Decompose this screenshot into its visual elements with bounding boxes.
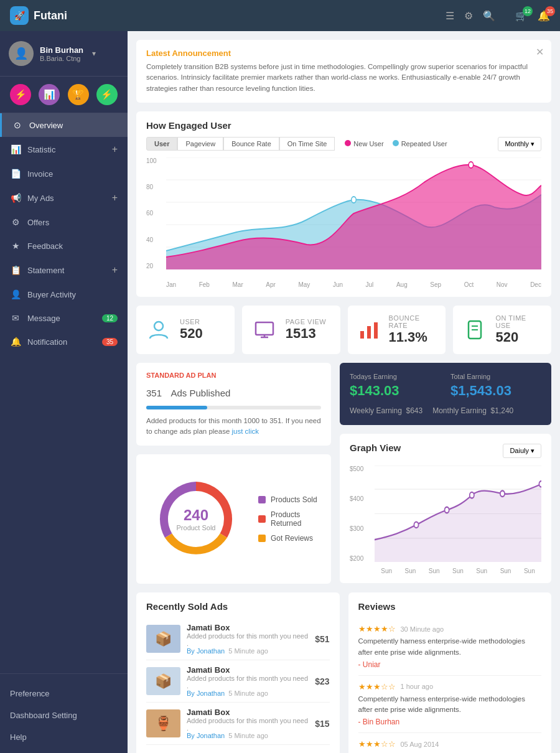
weekly-earning: Weekly Earning $643 (350, 406, 422, 415)
message-badge: 12 (102, 314, 118, 322)
cart-button[interactable]: 🛒 12 (515, 10, 528, 22)
feedback-icon: ★ (10, 241, 21, 251)
content-area: Latest Announcement Completely transitio… (128, 31, 560, 753)
quick-icon-3[interactable]: 🏆 (68, 84, 89, 105)
bounce-stat-label: BOUNCE RATE (389, 314, 436, 329)
review-item-1: ★★★★☆ 30 Minute ago Competently harness … (358, 618, 542, 676)
sold-desc-3: Added products for this month you need . (187, 717, 309, 732)
quick-icon-4[interactable]: ⚡ (96, 84, 118, 105)
sidebar-nav: ⊙ Overview 📊 Statistic + 📄 Invoice 📢 My … (0, 113, 128, 670)
graph-dot (414, 521, 418, 528)
overview-icon: ⊙ (12, 120, 23, 130)
sidebar-item-statement[interactable]: 📋 Statement + (0, 258, 128, 283)
graph-y-labels: $500 $400 $300 $200 (350, 465, 372, 562)
main-layout: 👤 Bin Burhan B.Baria. Ctng ▾ ⚡ 📊 🏆 ⚡ ⊙ O… (0, 31, 560, 753)
logo: 🚀 Futani (10, 6, 446, 25)
sidebar-profile: 👤 Bin Burhan B.Baria. Ctng ▾ (0, 31, 128, 77)
sidebar-item-preference[interactable]: Preference (0, 683, 128, 704)
sold-name-3: Jamati Box (187, 708, 309, 717)
chart-y-labels: 100 80 60 40 20 (146, 157, 164, 269)
review-item-2: ★★★☆☆ 1 hour ago Competently harness ent… (358, 676, 542, 734)
sidebar-item-label: Buyer Activity (27, 290, 118, 299)
review-time-2: 1 hour ago (401, 683, 434, 690)
legend-color-reviews (258, 535, 266, 542)
bottom-row: STANDARD AD PLAN 351 Ads Published Added… (136, 363, 551, 584)
donut-chart: 240 Product Sold (146, 469, 246, 569)
search-button[interactable]: 🔍 (483, 10, 495, 22)
graph-area: $500 $400 $300 $200 (350, 465, 541, 574)
ad-count: 351 Ads Published (146, 381, 321, 401)
area-chart-container: 100 80 60 40 20 (146, 157, 541, 288)
quick-icon-2[interactable]: 📊 (39, 84, 60, 105)
ontime-stat-info: ON TIME USE 520 (496, 314, 541, 345)
tab-user[interactable]: User (146, 137, 177, 151)
tab-on-time-site[interactable]: On Time Site (279, 137, 335, 151)
sidebar-item-statistic[interactable]: 📊 Statistic + (0, 137, 128, 162)
stat-user: USER 520 (136, 306, 235, 354)
reviews-title: Reviews (358, 601, 542, 612)
svg-rect-6 (256, 322, 273, 335)
sidebar-item-buyer-activity[interactable]: 👤 Buyer Activity (0, 283, 128, 306)
quick-icon-1[interactable]: ⚡ (10, 84, 31, 105)
earnings-top: Todays Earning $143.03 Total Earning $1,… (350, 373, 541, 399)
donut-value: 240 (177, 507, 216, 524)
legend-color-returned (258, 515, 266, 523)
sidebar-item-label: Statement (27, 266, 106, 275)
legend-dot-blue (393, 140, 399, 146)
sidebar-item-label: My Ads (27, 194, 106, 203)
sidebar-item-help[interactable]: Help (0, 726, 128, 748)
sold-desc-1: Added products for this month you need . (187, 632, 309, 647)
dropdown-arrow-icon[interactable]: ▾ (92, 49, 96, 58)
sidebar-item-label: Notification (27, 337, 96, 347)
sidebar-item-overview[interactable]: ⊙ Overview (0, 113, 128, 137)
user-stat-icon (146, 317, 171, 342)
review-header-1: ★★★★☆ 30 Minute ago (358, 624, 542, 634)
buyer-activity-icon: 👤 (10, 289, 21, 299)
close-icon[interactable]: ✕ (536, 46, 544, 58)
graph-dot (539, 481, 541, 487)
stat-bounce: BOUNCE RATE 11.3% (348, 306, 446, 354)
sidebar-item-invoice[interactable]: 📄 Invoice (0, 162, 128, 185)
my-ads-icon: 📢 (10, 193, 21, 203)
sidebar-item-feedback[interactable]: ★ Feedback (0, 234, 128, 258)
plus-icon: + (112, 192, 118, 203)
cart-badge: 12 (523, 6, 533, 16)
ad-link[interactable]: just click (231, 428, 258, 435)
ad-plan-card: STANDARD AD PLAN 351 Ads Published Added… (136, 363, 331, 446)
graph-header: Graph View Daiuly ▾ (350, 442, 541, 459)
pageview-stat-icon (252, 317, 277, 342)
donut-center: 240 Product Sold (177, 507, 216, 531)
sidebar-item-notification[interactable]: 🔔 Notification 35 (0, 330, 128, 353)
sold-price-1: $51 (315, 634, 329, 644)
review-text-1: Competently harness enterprise-wide meth… (358, 636, 542, 658)
bell-button[interactable]: 🔔 35 (538, 10, 550, 22)
sidebar-item-offers[interactable]: ⚙ Offers (0, 210, 128, 234)
graph-period-dropdown[interactable]: Daiuly ▾ (503, 444, 541, 458)
period-dropdown[interactable]: Monthly ▾ (498, 137, 541, 151)
sidebar-item-label: Statistic (27, 145, 106, 154)
user-stat-label: USER (180, 318, 203, 325)
legend-item-reviews: Got Reviews (258, 534, 321, 543)
message-icon: ✉ (10, 313, 21, 323)
tab-pageview[interactable]: Pageview (177, 137, 223, 151)
recently-sold-title: Recently Sold Ads (146, 601, 330, 612)
graph-title: Graph View (350, 442, 401, 453)
sold-item-1: 📦 Jamati Box Added products for this mon… (146, 618, 330, 660)
ontime-stat-label: ON TIME USE (496, 314, 541, 329)
review-text-2: Competently harness enterprise-wide meth… (358, 694, 542, 716)
sidebar-footer: Preference Dashboard Setting Help (0, 678, 128, 753)
sold-meta-3: By Jonathan 5 Minute ago (187, 732, 309, 739)
menu-button[interactable]: ☰ (446, 10, 454, 22)
sidebar-item-dashboard-setting[interactable]: Dashboard Setting (0, 704, 128, 726)
settings-button[interactable]: ⚙ (464, 10, 473, 22)
sold-thumb-1: 📦 (146, 625, 180, 653)
sidebar-item-message[interactable]: ✉ Message 12 (0, 306, 128, 330)
earnings-bottom: Weekly Earning $643 Monthly Earning $1,2… (350, 406, 541, 415)
donut-label: Product Sold (177, 524, 216, 531)
ontime-stat-value: 520 (496, 329, 541, 345)
review-header-2: ★★★☆☆ 1 hour ago (358, 682, 542, 691)
username: Bin Burhan (40, 45, 83, 55)
sidebar-item-my-ads[interactable]: 📢 My Ads + (0, 185, 128, 210)
sidebar-item-label: Feedback (27, 241, 118, 251)
tab-bounce-rate[interactable]: Bounce Rate (223, 137, 279, 151)
